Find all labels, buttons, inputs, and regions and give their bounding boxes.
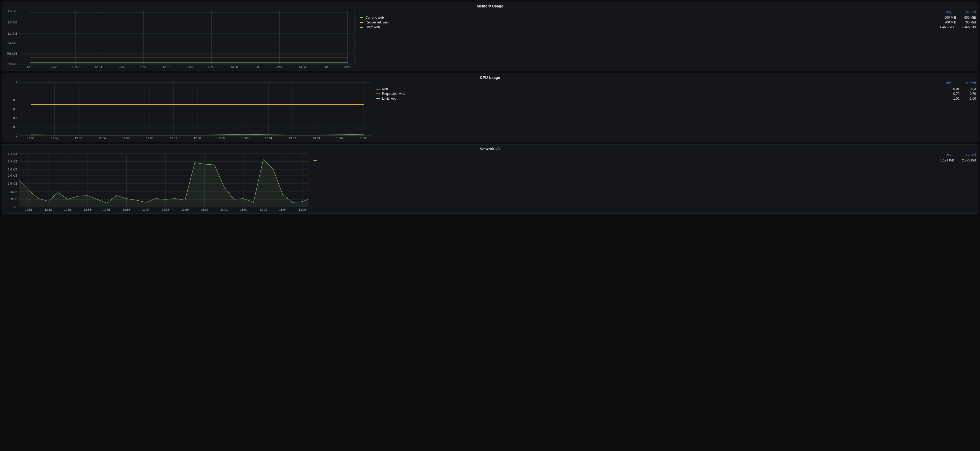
panel-network[interactable]: Network I/O0 B500 B1000 B1.5 KiB2.0 KiB2… <box>2 145 978 214</box>
svg-text:1.2: 1.2 <box>13 81 18 84</box>
svg-text:763 MiB: 763 MiB <box>7 52 18 55</box>
svg-text:12:52: 12:52 <box>51 137 58 140</box>
legend-value-avg: 1.00 <box>943 97 959 100</box>
legend-header-current[interactable]: current <box>959 81 976 85</box>
legend-row[interactable]: 1.121 KiB2.772 KiB <box>313 158 976 163</box>
svg-text:13:01: 13:01 <box>253 65 261 68</box>
legend-row[interactable]: Requested: web0.700.70 <box>376 91 976 96</box>
svg-text:1000 B: 1000 B <box>8 190 18 194</box>
svg-text:1.5 KiB: 1.5 KiB <box>8 182 18 185</box>
legend-value-current: 700 MiB <box>956 21 976 24</box>
svg-text:12:57: 12:57 <box>162 65 170 68</box>
legend-row[interactable]: Current: web600 MiB600 MiB <box>360 15 976 20</box>
panel-cpu[interactable]: CPU Usage00.20.40.60.81.01.212:5112:5212… <box>2 73 978 142</box>
svg-text:12:51: 12:51 <box>27 65 34 68</box>
svg-text:13:05: 13:05 <box>299 208 306 211</box>
svg-text:3.4 KiB: 3.4 KiB <box>8 152 18 155</box>
svg-text:2.0 KiB: 2.0 KiB <box>8 174 18 177</box>
legend-value-current: 600 MiB <box>956 16 976 19</box>
svg-text:12:51: 12:51 <box>25 208 32 211</box>
svg-text:12:59: 12:59 <box>217 137 225 140</box>
svg-text:12:55: 12:55 <box>117 65 125 68</box>
svg-text:500 B: 500 B <box>10 198 18 201</box>
svg-text:2.9 KiB: 2.9 KiB <box>8 160 18 163</box>
chart-memory[interactable]: 572 MiB763 MiB954 MiB1.1 GiB1.3 GiB1.5 G… <box>4 10 355 70</box>
svg-text:13:05: 13:05 <box>344 65 352 68</box>
svg-text:13:02: 13:02 <box>289 137 296 140</box>
chart-network[interactable]: 0 B500 B1000 B1.5 KiB2.0 KiB2.4 KiB2.9 K… <box>4 152 309 212</box>
legend-row[interactable]: web0.010.03 <box>376 87 976 91</box>
svg-text:12:58: 12:58 <box>185 65 193 68</box>
svg-text:13:00: 13:00 <box>231 65 238 68</box>
svg-text:1.1 GiB: 1.1 GiB <box>8 32 18 35</box>
svg-text:13:04: 13:04 <box>336 137 344 140</box>
svg-text:12:59: 12:59 <box>181 208 189 211</box>
chart-cpu[interactable]: 00.20.40.60.81.01.212:5112:5212:5312:541… <box>4 81 372 141</box>
panel-title: Network I/O <box>4 146 976 152</box>
svg-text:13:04: 13:04 <box>279 208 286 211</box>
svg-text:0.8: 0.8 <box>13 98 18 102</box>
panel-memory[interactable]: Memory Usage572 MiB763 MiB954 MiB1.1 GiB… <box>2 2 978 71</box>
legend-row[interactable]: Limit: web1.465 GiB1.465 GiB <box>360 25 976 30</box>
svg-text:2.4 KiB: 2.4 KiB <box>8 168 18 171</box>
legend-header-avg[interactable]: avg <box>935 152 951 156</box>
svg-text:13:00: 13:00 <box>241 137 249 140</box>
svg-text:572 MiB: 572 MiB <box>7 63 18 66</box>
legend: avgcurrent1.121 KiB2.772 KiB <box>309 152 976 212</box>
legend-value-avg: 1.465 GiB <box>931 25 954 29</box>
svg-text:13:02: 13:02 <box>276 65 283 68</box>
svg-text:12:57: 12:57 <box>142 208 150 211</box>
svg-text:12:52: 12:52 <box>45 208 52 211</box>
svg-text:1.0: 1.0 <box>13 89 18 93</box>
legend-swatch <box>376 89 380 89</box>
svg-text:1.5 GiB: 1.5 GiB <box>8 10 18 13</box>
legend-row[interactable]: Limit: web1.001.00 <box>376 96 976 101</box>
legend-value-avg: 700 MiB <box>937 21 956 24</box>
svg-text:12:51: 12:51 <box>27 137 35 140</box>
svg-text:13:01: 13:01 <box>265 137 272 140</box>
svg-text:13:04: 13:04 <box>321 65 329 68</box>
svg-text:0.2: 0.2 <box>13 125 18 129</box>
svg-text:12:54: 12:54 <box>84 208 91 211</box>
legend-value-current: 0.03 <box>959 87 976 91</box>
legend-swatch <box>376 98 380 99</box>
legend-series-name: web <box>382 87 943 91</box>
legend-value-current: 2.772 KiB <box>954 159 976 162</box>
svg-text:12:58: 12:58 <box>162 208 169 211</box>
legend-value-avg: 600 MiB <box>937 16 956 19</box>
legend-header-avg[interactable]: avg <box>935 81 951 85</box>
svg-text:0 B: 0 B <box>13 205 18 209</box>
legend: avgcurrentCurrent: web600 MiB600 MiBRequ… <box>355 10 976 70</box>
legend-value-current: 0.70 <box>959 92 976 95</box>
legend-header-current[interactable]: current <box>959 10 976 14</box>
svg-text:12:56: 12:56 <box>123 208 130 211</box>
legend-value-avg: 0.70 <box>943 92 959 95</box>
svg-text:0.4: 0.4 <box>13 116 18 119</box>
legend-swatch <box>360 17 363 18</box>
legend-header-avg[interactable]: avg <box>935 10 951 14</box>
legend-series-name: Limit: web <box>382 97 943 100</box>
svg-text:12:54: 12:54 <box>95 65 102 68</box>
legend-value-avg: 1.121 KiB <box>932 159 954 162</box>
legend-value-avg: 0.01 <box>943 87 959 91</box>
svg-text:13:05: 13:05 <box>360 137 368 140</box>
svg-text:12:59: 12:59 <box>208 65 215 68</box>
svg-text:13:01: 13:01 <box>221 208 228 211</box>
legend-row[interactable]: Requested: web700 MiB700 MiB <box>360 20 976 25</box>
legend: avgcurrentweb0.010.03Requested: web0.700… <box>372 81 976 141</box>
svg-text:13:00: 13:00 <box>201 208 208 211</box>
svg-text:12:55: 12:55 <box>103 208 111 211</box>
svg-rect-0 <box>19 11 354 64</box>
svg-text:13:03: 13:03 <box>260 208 267 211</box>
legend-swatch <box>376 94 380 94</box>
legend-swatch <box>313 160 317 161</box>
svg-text:1.3 GiB: 1.3 GiB <box>8 21 18 24</box>
legend-swatch <box>360 27 363 28</box>
legend-series-name: Requested: web <box>366 21 937 24</box>
svg-text:954 MiB: 954 MiB <box>7 41 18 45</box>
legend-series-name: Limit: web <box>366 25 931 29</box>
legend-header-current[interactable]: current <box>959 152 976 156</box>
svg-text:12:53: 12:53 <box>75 137 82 140</box>
legend-series-name: Current: web <box>366 16 937 19</box>
svg-text:0: 0 <box>16 134 18 137</box>
